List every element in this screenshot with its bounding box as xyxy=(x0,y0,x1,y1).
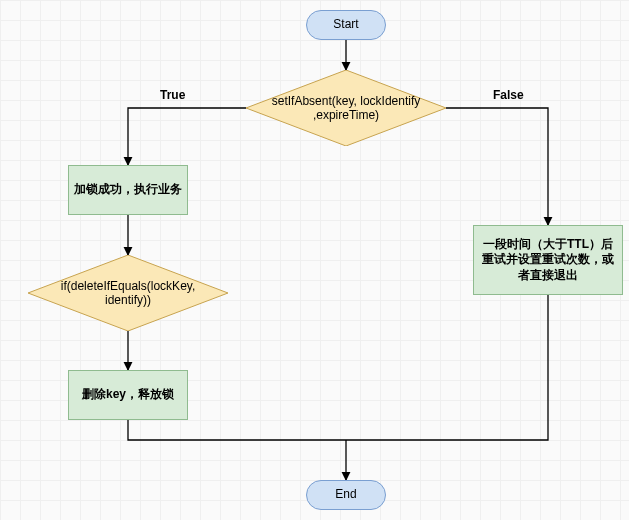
start-terminator: Start xyxy=(306,10,386,40)
edge-label-true: True xyxy=(160,88,185,102)
decision-deleteifequals: if(deleteIfEquals(lockKey, identify)) xyxy=(28,255,228,331)
process-release-lock-label: 删除key，释放锁 xyxy=(82,387,174,403)
process-release-lock: 删除key，释放锁 xyxy=(68,370,188,420)
decision-deleteifequals-label: if(deleteIfEquals(lockKey, identify)) xyxy=(52,279,204,307)
edge-label-false: False xyxy=(493,88,524,102)
process-lock-success: 加锁成功，执行业务 xyxy=(68,165,188,215)
start-label: Start xyxy=(333,17,358,33)
decision-setifabsent-label: setIfAbsent(key, lockIdentify ,expireTim… xyxy=(270,94,422,122)
end-terminator: End xyxy=(306,480,386,510)
process-lock-success-label: 加锁成功，执行业务 xyxy=(74,182,182,198)
process-retry-or-exit-label: 一段时间（大于TTL）后重试并设置重试次数，或者直接退出 xyxy=(478,237,618,284)
process-retry-or-exit: 一段时间（大于TTL）后重试并设置重试次数，或者直接退出 xyxy=(473,225,623,295)
decision-setifabsent: setIfAbsent(key, lockIdentify ,expireTim… xyxy=(246,70,446,146)
end-label: End xyxy=(335,487,356,503)
